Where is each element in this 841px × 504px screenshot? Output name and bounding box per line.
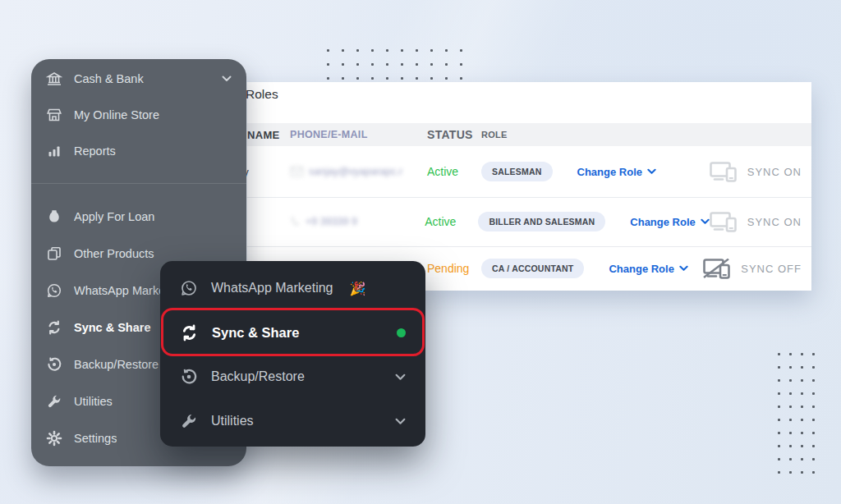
popup-item-backup-restore[interactable]: Backup/Restore: [160, 355, 425, 399]
sync-status-label: SYNC OFF: [741, 263, 802, 275]
devices-sync-off-icon: [703, 259, 731, 279]
status-badge: Pending: [427, 262, 481, 275]
sync-toggle[interactable]: SYNC ON: [710, 212, 811, 232]
status-badge: Active: [427, 165, 481, 178]
sidebar-item-label: Sync & Share: [74, 321, 151, 334]
sync-toggle[interactable]: SYNC ON: [710, 162, 811, 182]
column-header-status: STATUS: [427, 128, 481, 141]
wrench-icon: [46, 393, 62, 410]
chevron-down-icon: [679, 265, 688, 272]
role-badge: BILLER AND SALESMAN: [478, 212, 605, 231]
gear-icon: [46, 430, 62, 447]
popup-item-whatsapp-marketing[interactable]: WhatsApp Marketing 🎉: [160, 266, 425, 310]
other-products-icon: [46, 245, 62, 262]
sidebar-divider: [31, 183, 246, 184]
reports-icon: [46, 143, 62, 159]
role-badge: SALESMAN: [481, 162, 553, 181]
sidebar-item-reports[interactable]: Reports: [31, 133, 246, 169]
whatsapp-icon: [46, 282, 62, 299]
bank-icon: [46, 71, 62, 87]
sidebar-item-label: Cash & Bank: [74, 72, 144, 85]
sidebar-item-label: Apply For Loan: [74, 210, 154, 223]
chevron-down-icon: [395, 373, 406, 381]
whatsapp-icon: [180, 279, 198, 297]
column-header-role: ROLE: [481, 130, 508, 140]
phone-icon: [289, 216, 301, 227]
user-roles-panel: User Roles FULL NAME PHONE/E-MAIL STATUS…: [209, 82, 811, 291]
chevron-down-icon: [222, 76, 232, 82]
chevron-down-icon: [701, 218, 710, 225]
sidebar-item-label: My Online Store: [74, 108, 159, 121]
role-badge: CA / ACCOUNTANT: [481, 259, 584, 278]
change-role-button[interactable]: Change Role: [609, 263, 687, 275]
sidebar-item-cash-and-bank[interactable]: Cash & Bank: [31, 61, 246, 97]
devices-sync-icon: [710, 162, 738, 182]
chevron-down-icon: [647, 168, 656, 175]
sync-share-popup-menu: WhatsApp Marketing 🎉 Sync & Share Backup…: [160, 261, 425, 447]
backup-icon: [46, 356, 62, 373]
sync-status-label: SYNC ON: [747, 216, 802, 228]
table-header-row: FULL NAME PHONE/E-MAIL STATUS ROLE: [209, 123, 811, 146]
sidebar-item-apply-for-loan[interactable]: Apply For Loan: [31, 198, 246, 235]
column-header-phone-email: PHONE/E-MAIL: [290, 129, 427, 140]
sidebar-item-my-online-store[interactable]: My Online Store: [31, 97, 246, 133]
sync-status-label: SYNC ON: [747, 166, 802, 178]
popup-item-sync-and-share[interactable]: Sync & Share: [160, 310, 425, 355]
online-status-dot: [397, 328, 406, 337]
sync-toggle[interactable]: SYNC OFF: [703, 259, 811, 279]
popup-item-label: Backup/Restore: [211, 369, 305, 384]
user-contact-masked: sanjay@vyaparapc.r: [290, 166, 427, 177]
popup-item-utilities[interactable]: Utilities: [160, 399, 425, 443]
table-row: Ravi +9 39339 9 Active BILLER AND SALESM…: [209, 197, 811, 247]
party-popper-emoji: 🎉: [350, 281, 366, 296]
sidebar-item-label: Backup/Restore: [74, 358, 159, 371]
popup-item-label: WhatsApp Marketing: [211, 281, 333, 296]
wrench-icon: [180, 412, 198, 430]
table-row: Sanjay sanjay@vyaparapc.r Active SALESMA…: [209, 146, 811, 198]
sidebar-item-label: Utilities: [74, 395, 113, 408]
decorative-dot-grid-bottom-right: [778, 353, 824, 484]
devices-sync-icon: [710, 212, 738, 232]
change-role-button[interactable]: Change Role: [577, 166, 656, 178]
sidebar-item-label: Other Products: [74, 247, 154, 260]
user-contact-masked: +9 39339 9: [289, 216, 425, 227]
popup-item-label: Sync & Share: [212, 325, 299, 341]
email-icon: [290, 166, 304, 177]
chevron-down-icon: [395, 418, 406, 425]
screen: User Roles FULL NAME PHONE/E-MAIL STATUS…: [0, 0, 841, 504]
store-icon: [46, 107, 62, 123]
sync-icon: [46, 319, 62, 336]
sidebar-item-label: Settings: [74, 432, 117, 445]
loan-icon: [46, 208, 62, 225]
sidebar-item-label: Reports: [74, 144, 116, 158]
change-role-button[interactable]: Change Role: [630, 216, 709, 228]
sync-icon: [180, 323, 199, 342]
popup-item-label: Utilities: [211, 414, 254, 428]
status-badge: Active: [425, 215, 478, 228]
backup-icon: [180, 368, 198, 386]
